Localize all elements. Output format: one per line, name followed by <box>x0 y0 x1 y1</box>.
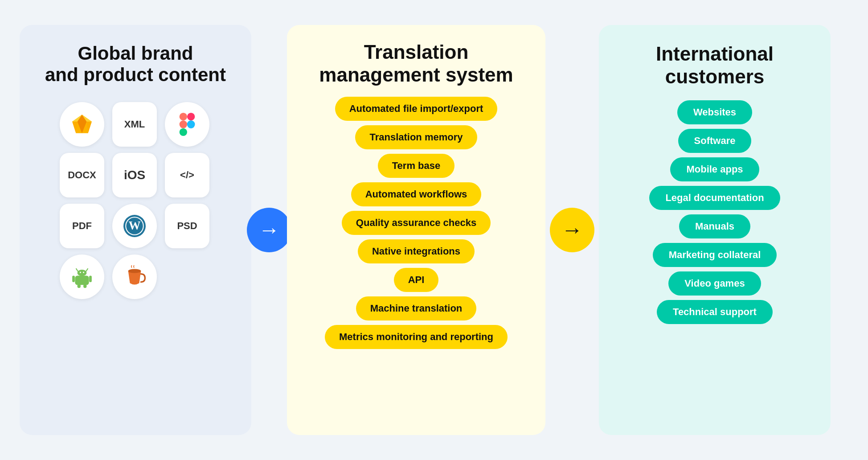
customer-item-7: Video games <box>668 271 761 296</box>
svg-rect-23 <box>78 284 81 288</box>
ios-label: iOS <box>124 168 145 182</box>
tms-item-1: Automated file import/export <box>335 97 498 121</box>
svg-text:W: W <box>128 218 140 232</box>
customer-item-8: Technical support <box>657 300 773 324</box>
tms-items: Automated file import/export Translation… <box>300 97 532 349</box>
svg-point-19 <box>80 271 81 273</box>
tms-title: Translationmanagement system <box>319 41 513 86</box>
tms-item-2: Translation memory <box>355 125 477 149</box>
svg-rect-15 <box>75 275 89 285</box>
blue-arrow-circle: → <box>247 208 291 252</box>
svg-point-25 <box>128 269 141 273</box>
xml-label: XML <box>124 119 145 130</box>
docx-icon: DOCX <box>60 153 104 197</box>
code-icon: </> <box>165 153 209 197</box>
psd-label: PSD <box>177 220 197 232</box>
left-panel: Global brandand product content XML <box>20 25 251 435</box>
psd-icon: PSD <box>165 204 209 248</box>
ios-icon: iOS <box>112 153 157 197</box>
tms-item-6: Native integrations <box>358 239 475 263</box>
customers-title: Internationalcustomers <box>656 43 774 88</box>
blue-arrow-symbol: → <box>258 219 280 241</box>
wordpress-icon: W <box>112 204 157 248</box>
tms-item-5: Quality assurance checks <box>342 211 491 235</box>
middle-panel: Translationmanagement system Automated f… <box>287 25 545 435</box>
svg-point-11 <box>187 120 195 128</box>
svg-point-20 <box>83 271 84 273</box>
svg-rect-10 <box>180 128 187 136</box>
pdf-icon: PDF <box>60 204 104 248</box>
svg-rect-6 <box>180 113 187 120</box>
customer-item-1: Websites <box>677 100 752 124</box>
svg-point-18 <box>78 269 87 276</box>
file-icons-grid: XML DOCX iOS <box>60 102 211 299</box>
yellow-arrow-symbol: → <box>561 219 583 241</box>
customer-item-6: Marketing collateral <box>653 243 777 267</box>
svg-rect-21 <box>72 275 75 282</box>
docx-label: DOCX <box>68 169 96 181</box>
customer-item-2: Software <box>678 129 752 153</box>
xml-icon: XML <box>112 102 157 147</box>
android-icon <box>60 255 104 299</box>
tms-item-4: Automated workflows <box>351 182 482 206</box>
customer-item-4: Legal documentation <box>649 186 780 210</box>
customer-item-5: Manuals <box>679 214 750 238</box>
customers-items: Websites Software Mobile apps Legal docu… <box>615 100 815 324</box>
figma-icon <box>165 102 209 147</box>
tms-item-9: Metrics monitoring and reporting <box>325 325 508 349</box>
right-arrow-section: → <box>545 25 599 435</box>
svg-rect-8 <box>180 120 187 128</box>
left-arrow-container: → <box>251 25 287 435</box>
customer-item-3: Mobile apps <box>670 157 759 181</box>
right-panel: Internationalcustomers Websites Software… <box>599 25 831 435</box>
svg-rect-22 <box>89 275 92 282</box>
yellow-arrow-circle: → <box>550 208 594 252</box>
tms-item-7: API <box>394 268 439 292</box>
left-panel-title: Global brandand product content <box>45 43 226 86</box>
tms-item-3: Term base <box>378 154 454 178</box>
tms-item-8: Machine translation <box>356 296 477 320</box>
svg-rect-24 <box>83 284 86 288</box>
pdf-label: PDF <box>72 220 92 232</box>
code-label: </> <box>180 169 194 181</box>
main-container: Global brandand product content XML <box>20 16 848 444</box>
java-icon <box>112 255 157 299</box>
sketch-icon <box>60 102 104 147</box>
svg-rect-7 <box>187 113 195 120</box>
